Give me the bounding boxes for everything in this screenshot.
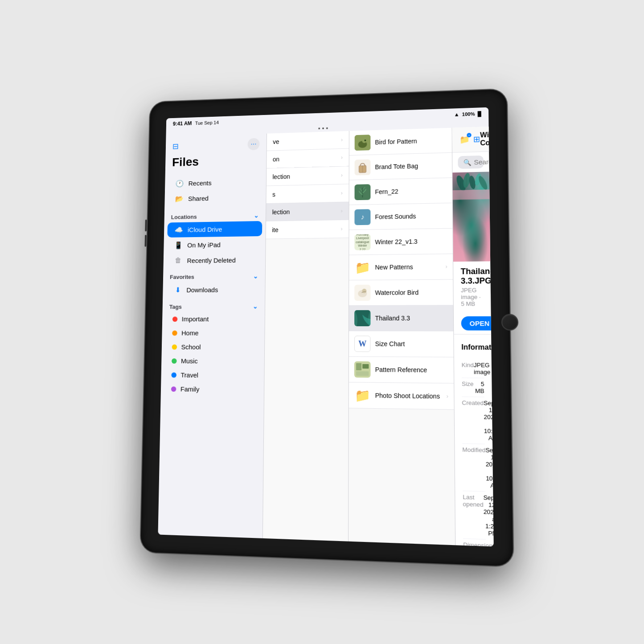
photo-chevron: › [446, 393, 448, 400]
file-item-forest[interactable]: ♪ Forest Sounds [349, 203, 452, 230]
preview-image [452, 172, 490, 262]
travel-dot [171, 372, 176, 377]
app-container: ⊟ ··· Files 🕐 Recents 📂 Shared [158, 127, 493, 546]
favorites-chevron[interactable]: ⌄ [253, 272, 258, 279]
nav-column: ve › on › lection › s › lection › [263, 131, 349, 541]
info-section: Information Show More Kind JPEG image Si… [454, 334, 493, 546]
sidebar-item-shared[interactable]: 📂 Shared [168, 189, 262, 206]
info-row-dimensions: Dimensions 4,000 x 3,000 [463, 539, 486, 546]
tag-travel[interactable]: Travel [164, 368, 260, 382]
sidebar-ellipsis-button[interactable]: ··· [247, 138, 259, 150]
sidebar-item-ipad[interactable]: 📱 On My iPad [167, 236, 262, 253]
music-label: Music [180, 357, 197, 365]
created-value: September 12, 2021 at 10:21 AM [484, 399, 494, 442]
nav-folder-item-5[interactable]: ite › [266, 220, 349, 239]
search-bar[interactable]: 🔍 🎤 [458, 155, 484, 168]
file-thumb-winter: FormallyLiverpoolcatalogueWinter2.22 [354, 234, 370, 250]
tag-school[interactable]: School [165, 340, 261, 353]
favorites-section-header: Favorites ⌄ [163, 267, 265, 282]
file-item-winter[interactable]: FormallyLiverpoolcatalogueWinter2.22 Win… [349, 228, 452, 255]
tags-chevron[interactable]: ⌄ [252, 303, 258, 310]
sidebar-item-recently-deleted[interactable]: 🗑 Recently Deleted [167, 252, 262, 267]
wifi-icon: ▲ [454, 111, 459, 117]
icloud-label: iCloud Drive [187, 226, 222, 234]
file-detail-info: Thailand 3.3.JPG JPEG image · 5 MB [453, 261, 491, 312]
sidebar-header: ⊟ ··· [165, 133, 266, 154]
deleted-label: Recently Deleted [187, 256, 235, 264]
icloud-icon: ☁️ [174, 226, 183, 234]
ipad-screen: 9:41 AM Tue Sep 14 ▲ 100% █ ⊟ [158, 107, 493, 546]
home-label: Home [181, 329, 198, 336]
file-item-patterns[interactable]: 📁 New Patterns › [349, 254, 453, 280]
size-label: Size [461, 380, 473, 394]
file-item-bag[interactable]: Brand Tote Bag [349, 152, 452, 180]
tags-label: Tags [169, 303, 181, 310]
tag-music[interactable]: Music [164, 354, 261, 368]
tag-home[interactable]: Home [165, 326, 261, 340]
svg-rect-14 [362, 364, 369, 368]
nav-folder-item-4[interactable]: lection › [266, 202, 349, 221]
size-value: 5 MB [473, 380, 484, 394]
toolbar-left: 📁+ ⊞ [459, 134, 480, 144]
file-item-thailand[interactable]: Thailand 3.3 [349, 305, 453, 331]
locations-label: Locations [171, 213, 197, 220]
sidebar: ⊟ ··· Files 🕐 Recents 📂 Shared [158, 133, 267, 538]
file-actions: OPEN ↑ ⧉ 📄 ··· [453, 312, 491, 334]
search-input[interactable] [474, 156, 493, 166]
locations-list: ☁️ iCloud Drive 📱 On My iPad 🗑 Recently … [163, 220, 266, 268]
sidebar-toggle-icon[interactable]: ⊟ [172, 141, 178, 151]
file-thumb-watercolor [354, 284, 370, 300]
modified-value: September 12, 2021 at 10:21 AM [485, 447, 493, 489]
home-button[interactable] [501, 314, 518, 330]
nav-folder-item-2[interactable]: lection › [266, 166, 349, 186]
sidebar-nav: 🕐 Recents 📂 Shared [164, 172, 266, 208]
file-name-bird: Bird for Pattern [375, 136, 446, 145]
leaf-svg [452, 172, 489, 200]
locations-section-header: Locations ⌄ [164, 206, 266, 222]
nav-folder-item-1[interactable]: on › [267, 148, 349, 168]
trash-icon: 🗑 [173, 256, 183, 264]
file-thumb-fern [354, 184, 370, 200]
last-opened-value: September 12, 2021 at 1:24 PM [483, 494, 493, 537]
svg-rect-5 [359, 165, 366, 172]
file-item-size[interactable]: W Size Chart [349, 331, 453, 357]
info-row-kind: Kind JPEG image [461, 359, 484, 378]
locations-chevron[interactable]: ⌄ [254, 212, 259, 219]
file-thumb-patterns: 📁 [354, 259, 370, 275]
file-list: Bird for Pattern Brand Tote Bag Fern_22 [349, 127, 455, 545]
file-name-thailand: Thailand 3.3 [375, 314, 447, 321]
file-thumb-size: W [354, 336, 370, 352]
sidebar-item-recents[interactable]: 🕐 Recents [168, 174, 263, 191]
file-name-patterns: New Patterns [375, 263, 441, 271]
sidebar-label-recents: Recents [188, 179, 211, 187]
sidebar-item-downloads[interactable]: ⬇ Downloads [166, 282, 261, 297]
file-item-photo[interactable]: 📁 Photo Shoot Locations › [349, 382, 454, 410]
nav-folder-item-0[interactable]: ve › [267, 131, 349, 151]
open-button[interactable]: OPEN [461, 316, 493, 330]
sidebar-item-icloud[interactable]: ☁️ iCloud Drive [167, 221, 262, 237]
nav-folder-item-3[interactable]: s › [266, 184, 349, 204]
tag-important[interactable]: Important [165, 312, 261, 326]
info-title: Information [461, 343, 494, 352]
svg-rect-15 [356, 371, 368, 375]
file-thumb-bird [354, 135, 370, 151]
tag-family[interactable]: Family [164, 382, 260, 397]
file-list-panel: Bird for Pattern Brand Tote Bag Fern_22 [349, 127, 455, 545]
grid-view-icon[interactable]: ⊞ [473, 134, 480, 144]
info-header: Information Show More [461, 340, 484, 354]
file-item-watercolor[interactable]: Watercolor Bird [349, 279, 453, 305]
music-dot [171, 358, 176, 363]
sidebar-label-shared: Shared [188, 194, 208, 202]
home-dot [172, 330, 177, 336]
downloads-label: Downloads [186, 286, 218, 293]
folder-new-icon[interactable]: 📁+ [459, 135, 469, 144]
kind-value: JPEG image [473, 361, 487, 375]
file-item-pattern-ref[interactable]: Pattern Reference [349, 357, 453, 383]
family-label: Family [180, 385, 199, 393]
file-item-fern[interactable]: Fern_22 [349, 178, 452, 205]
file-item-bird[interactable]: Bird for Pattern [349, 127, 451, 155]
ipad-icon: 📱 [173, 241, 183, 250]
info-row-modified: Modified September 12, 2021 at 10:21 AM [462, 443, 485, 491]
battery-icon: █ [477, 111, 481, 116]
file-name-pattern-ref: Pattern Reference [375, 366, 448, 374]
